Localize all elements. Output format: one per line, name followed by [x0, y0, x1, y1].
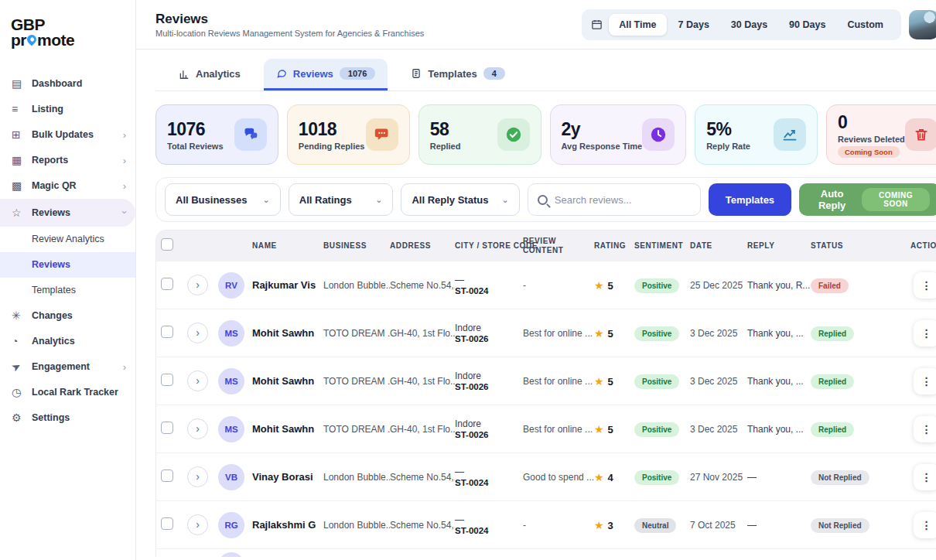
reply-status-dropdown[interactable]: All Reply Status⌄ [401, 183, 519, 216]
star-icon: ★ [594, 327, 604, 340]
sentiment-badge: Positive [634, 278, 679, 293]
star-outline-icon: ☆ [12, 207, 32, 219]
row-checkbox[interactable] [161, 374, 173, 386]
sidebar-item-reviews[interactable]: ☆ Reviews › [0, 199, 135, 227]
chat-dots-icon [366, 118, 398, 151]
reviewer-name: Rajlakshmi G [252, 519, 323, 531]
auto-reply-button[interactable]: Auto Reply COMING SOON [799, 183, 936, 216]
kebab-menu-button[interactable]: ⋮ [914, 272, 936, 299]
reviewer-name: Mohit Sawhn [252, 375, 323, 387]
rating: ★5 [594, 422, 634, 436]
kebab-menu-button[interactable]: ⋮ [914, 368, 936, 394]
status-cell: Replied [811, 326, 882, 341]
expand-row-button[interactable]: › [187, 370, 208, 391]
sidebar-item-reviews-sub[interactable]: Reviews [0, 252, 135, 278]
tab-analytics[interactable]: Analytics [166, 60, 253, 90]
ratings-dropdown[interactable]: All Ratings⌄ [289, 183, 394, 216]
table-row: › MS Mohit Sawhn TOTO DREAM ... GH-40, 1… [156, 309, 936, 357]
chevron-right-icon: › [196, 471, 200, 482]
reply-preview: Thank you, ... [747, 376, 811, 387]
review-content: Best for online ... [523, 376, 594, 387]
sidebar-item-dashboard[interactable]: ▤ Dashboard [0, 71, 135, 97]
sentiment-badge: Positive [634, 374, 679, 389]
status-cell: Not Replied [811, 470, 882, 485]
kebab-menu-button[interactable]: ⋮ [914, 512, 936, 538]
chevron-down-icon: ⌄ [502, 195, 509, 205]
business-name: TOTO DREAM ... [323, 376, 390, 387]
expand-row-button[interactable]: › [187, 514, 208, 535]
time-filter-90-days[interactable]: 90 Days [779, 14, 835, 36]
expand-row-button[interactable]: › [187, 275, 208, 295]
sidebar-item-bulk-updates[interactable]: ⊞ Bulk Updates › [0, 122, 135, 148]
page-subtitle: Multi-location Reviews Management System… [155, 29, 424, 38]
city: Indore [455, 418, 523, 429]
kebab-menu-button[interactable]: ⋮ [914, 320, 936, 347]
expand-row-button[interactable]: › [187, 466, 208, 487]
city-store-code: — ST-0024 [455, 275, 523, 295]
action-cell: ⋮ [910, 512, 936, 538]
search-input[interactable] [555, 194, 691, 206]
chevron-down-icon: ⌄ [375, 195, 382, 205]
sidebar-item-reports[interactable]: ▦ Reports › [0, 148, 135, 173]
stat-pending-replies: 1018Pending Replies [287, 104, 410, 165]
table-row: › VB Vinay Borasi London Bubble... Schem… [156, 453, 936, 501]
chevron-right-icon: › [123, 155, 126, 166]
sidebar-item-analytics[interactable]: ◔ Analytics [0, 329, 135, 354]
sidebar-item-templates[interactable]: Templates [0, 278, 135, 303]
templates-button[interactable]: Templates [709, 183, 791, 216]
city-store-code: Indore ST-0026 [455, 418, 523, 439]
sidebar-item-listing[interactable]: ≡ Listing [0, 97, 135, 122]
tab-templates[interactable]: Templates 4 [398, 59, 517, 90]
stat-reviews-deleted: 0 Reviews Deleted Coming Soon [826, 104, 936, 165]
expand-row-button[interactable]: › [187, 418, 208, 439]
row-checkbox[interactable] [161, 278, 173, 290]
tab-reviews[interactable]: Reviews 1076 [264, 59, 388, 90]
chevron-right-icon: › [196, 519, 200, 530]
check-circle-icon [497, 118, 530, 151]
city: — [455, 275, 523, 285]
sidebar-item-review-analytics[interactable]: Review Analytics [0, 227, 135, 252]
page-title: Reviews [155, 12, 424, 27]
reviewer-avatar: MS [218, 368, 244, 394]
stat-total-reviews: 1076Total Reviews [155, 104, 278, 165]
sidebar-item-engagement[interactable]: ➤ Engagement › [0, 354, 135, 380]
select-all-checkbox[interactable] [161, 238, 173, 251]
sidebar-item-magic-qr[interactable]: ▩ Magic QR › [0, 173, 135, 199]
city: — [455, 514, 523, 525]
sentiment-cell: Positive [634, 374, 690, 389]
time-filter-30-days[interactable]: 30 Days [721, 14, 777, 36]
review-date: 3 Dec 2025 [690, 328, 747, 339]
sentiment-badge: Neutral [634, 518, 676, 533]
address: GH-40, 1st Flo... [390, 376, 455, 387]
kebab-menu-button[interactable]: ⋮ [914, 416, 936, 442]
column-header-status: STATUS [811, 241, 882, 251]
row-checkbox[interactable] [161, 422, 173, 434]
city-store-code: — ST-0024 [455, 466, 523, 487]
reply-preview: Thank you, R... [747, 280, 811, 291]
status-cell: Replied [811, 422, 882, 437]
row-checkbox[interactable] [161, 326, 173, 338]
row-checkbox[interactable] [161, 517, 173, 530]
kebab-menu-button[interactable]: ⋮ [914, 464, 936, 490]
chevron-down-icon: ⌄ [263, 195, 270, 205]
address: GH-40, 1st Flo... [390, 328, 455, 339]
rating: ★5 [594, 326, 634, 340]
sidebar-item-local-rank-tracker[interactable]: ◷ Local Rark Tracker [0, 380, 135, 405]
chat-bubble-icon [276, 68, 287, 79]
expand-row-button[interactable]: › [187, 323, 208, 343]
businesses-dropdown[interactable]: All Businesses⌄ [165, 183, 281, 216]
sentiment-cell: Positive [634, 470, 690, 485]
action-cell: ⋮ [910, 320, 936, 347]
review-date: 3 Dec 2025 [690, 376, 747, 387]
sidebar-item-changes[interactable]: ✳ Changes [0, 303, 135, 329]
sidebar-item-settings[interactable]: ⚙ Settings [0, 405, 135, 431]
user-avatar[interactable] [909, 10, 936, 39]
status-badge: Not Replied [811, 470, 869, 485]
row-checkbox[interactable] [161, 470, 173, 482]
time-filter-all-time[interactable]: All Time [609, 14, 666, 36]
time-filter-7-days[interactable]: 7 Days [668, 14, 719, 36]
time-filter-custom[interactable]: Custom [837, 14, 893, 36]
action-cell: ⋮ [910, 368, 936, 394]
store-code: ST-0026 [455, 430, 523, 439]
chevron-right-icon: › [123, 129, 126, 141]
